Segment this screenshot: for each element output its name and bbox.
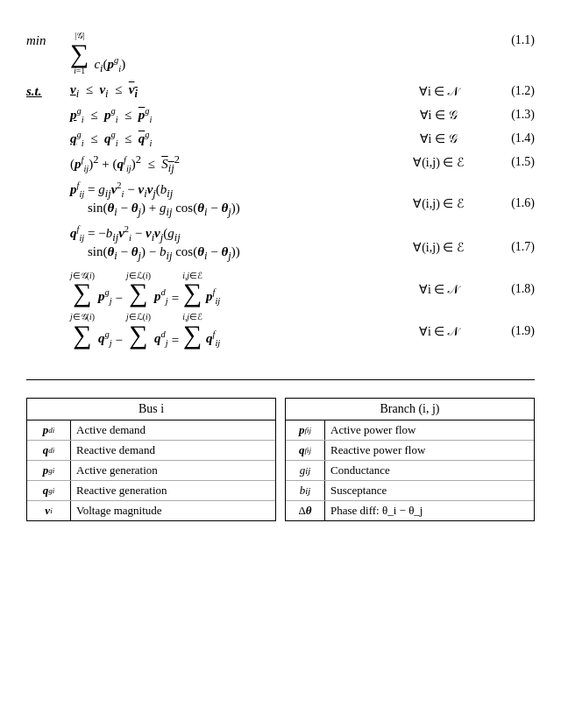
constraint-1-3-math: pgi ≤ pgi ≤ pgi [70,106,386,124]
bus-table: Bus i pdi Active demand qdi Reactive dem… [26,398,276,521]
constraint-1-9-math: j∈𝒢(i) ∑ qgj − j∈ℒ(i) ∑ qdj = i,j∈ℰ ∑ [70,313,386,348]
eq-num-2: (1.2) [491,82,535,98]
bus-table-body: pdi Active demand qdi Reactive demand pg… [27,421,275,520]
symbol-dtheta: Δθ [286,501,325,520]
table-row: pfij Active power flow [286,421,534,441]
forall-1-6: ∀(i,j) ∈ ℰ [386,180,491,211]
eq-num-6: (1.6) [491,180,535,210]
equation-1-9: j∈𝒢(i) ∑ qgj − j∈ℒ(i) ∑ qdj = i,j∈ℰ ∑ [26,313,535,348]
equation-1-6: pfij = gijv2i − vivj(bij sin(θi − θj) + … [26,180,535,219]
c1-5-body: (pfij)2 + (qfij)2 ≤ Sij2 [70,153,180,175]
branch-table: Branch (i, j) pfij Active power flow qfi… [285,398,535,521]
eq-num-7: (1.7) [491,224,535,254]
equation-1-5: (pfij)2 + (qfij)2 ≤ Sij2 ∀(i,j) ∈ ℰ (1.5… [26,153,535,175]
desc-dtheta: Phase diff: θ_i − θ_j [325,501,534,520]
eq-num-9: (1.9) [491,322,535,338]
table-row: gij Conductance [286,461,534,481]
equation-obj: min |𝒢| ∑ i=1 ci(pgi) (1.1) [26,32,535,75]
table-row: vi Voltage magnitude [27,501,275,520]
branch-table-body: pfij Active power flow qfij Reactive pow… [286,421,534,520]
equation-1-8: j∈𝒢(i) ∑ pgj − j∈ℒ(i) ∑ pdj = i,j∈ℰ ∑ [26,272,535,307]
symbol-b: bij [286,481,325,500]
constraint-1-8-math: j∈𝒢(i) ∑ pgj − j∈ℒ(i) ∑ pdj = i,j∈ℰ ∑ [70,272,386,307]
c1-6-line1: pfij = gijv2i − vivj(bij [70,180,173,201]
desc-pd: Active demand [71,421,275,440]
c1-2-body: vi ≤ vi ≤ vi [70,82,138,101]
section-divider [26,379,535,380]
symbol-pg: pgi [27,461,71,480]
equation-1-3: pgi ≤ pgi ≤ pgi ∀i ∈ 𝒢 (1.3) [26,106,535,124]
table-row: Δθ Phase diff: θ_i − θ_j [286,501,534,520]
desc-g: Conductance [325,461,534,480]
desc-b: Susceptance [325,481,534,500]
branch-table-header: Branch (i, j) [286,399,534,421]
sum-bot-label: i=1 [74,67,85,75]
equation-1-4: qgi ≤ qgi ≤ qgi ∀i ∈ 𝒢 (1.4) [26,130,535,148]
symbol-pd: pdi [27,421,71,440]
table-row: bij Susceptance [286,481,534,501]
symbol-v: vi [27,501,71,520]
bus-table-header: Bus i [27,399,275,421]
c1-3-body: pgi ≤ pgi ≤ pgi [70,106,152,124]
eq-num-8: (1.8) [491,280,535,296]
obj-label: min [26,32,70,48]
eq-num-3: (1.3) [491,106,535,122]
forall-1-4: ∀i ∈ 𝒢 [386,130,491,146]
symbol-qg: qgi [27,481,71,500]
c1-7-line1: qfij = −bijv2i − vivj(gij [70,224,181,244]
st-label: s.t. [26,82,70,99]
eq-num-4: (1.4) [491,130,535,145]
tables-section: Bus i pdi Active demand qdi Reactive dem… [26,398,535,521]
table-row: qgi Reactive generation [27,481,275,501]
symbol-g: gij [286,461,325,480]
constraint-1-5-math: (pfij)2 + (qfij)2 ≤ Sij2 [70,153,386,175]
obj-math: |𝒢| ∑ i=1 ci(pgi) [70,32,491,75]
desc-qf: Reactive power flow [325,441,534,460]
forall-1-5: ∀(i,j) ∈ ℰ [386,153,491,170]
desc-qg: Reactive generation [71,481,275,500]
symbol-qd: qdi [27,441,71,460]
forall-1-9: ∀i ∈ 𝒩 [386,322,491,339]
symbol-qf: qfij [286,441,325,460]
math-section: min |𝒢| ∑ i=1 ci(pgi) (1.1) s.t. vi ≤ [26,18,535,362]
table-row: qdi Reactive demand [27,441,275,461]
eq-num-1: (1.1) [491,32,535,47]
constraint-1-4-math: qgi ≤ qgi ≤ qgi [70,130,386,148]
constraint-1-7-math: qfij = −bijv2i − vivj(gij sin(θi − θj) −… [70,224,386,263]
c1-6-line2: sin(θi − θj) + gij cos(θi − θj)) [70,201,240,219]
symbol-pf: pfij [286,421,325,440]
forall-1-3: ∀i ∈ 𝒢 [386,106,491,123]
obj-body: ci(pgi) [94,55,125,75]
table-row: pdi Active demand [27,421,275,441]
forall-1-7: ∀(i,j) ∈ ℰ [386,224,491,255]
forall-1-2: ∀i ∈ 𝒩 [386,82,491,99]
desc-v: Voltage magnitude [71,501,275,520]
forall-1-8: ∀i ∈ 𝒩 [386,280,491,297]
constraint-1-6-math: pfij = gijv2i − vivj(bij sin(θi − θj) + … [70,180,386,219]
table-row: pgi Active generation [27,461,275,481]
c1-7-line2: sin(θi − θj) − bij cos(θi − θj)) [70,244,240,263]
equation-1-2: s.t. vi ≤ vi ≤ vi ∀i ∈ 𝒩 (1.2) [26,82,535,101]
desc-qd: Reactive demand [71,441,275,460]
eq-num-5: (1.5) [491,153,535,169]
constraint-1-2-math: vi ≤ vi ≤ vi [70,82,386,101]
c1-4-body: qgi ≤ qgi ≤ qgi [70,130,152,148]
sum-symbol: ∑ [70,40,89,67]
table-row: qfij Reactive power flow [286,441,534,461]
desc-pf: Active power flow [325,421,534,440]
equation-1-7: qfij = −bijv2i − vivj(gij sin(θi − θj) −… [26,224,535,263]
desc-pg: Active generation [71,461,275,480]
